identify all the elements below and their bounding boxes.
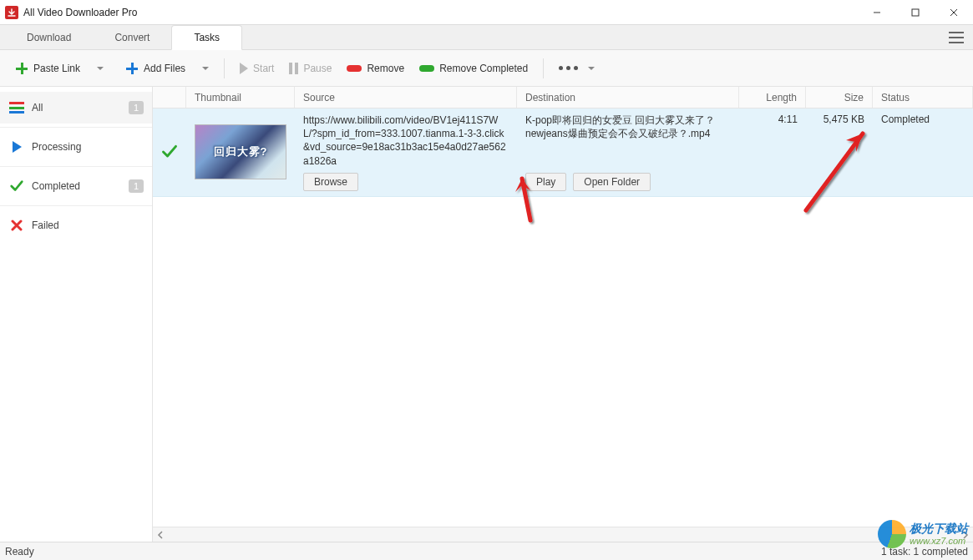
app-icon xyxy=(5,6,18,19)
remove-completed-button[interactable]: Remove Completed xyxy=(413,56,535,81)
thumbnail-image: 回归大雾? xyxy=(195,124,286,179)
more-icon xyxy=(559,66,578,70)
add-files-label: Add Files xyxy=(144,63,185,74)
failed-icon xyxy=(8,219,25,231)
processing-icon xyxy=(8,141,25,153)
row-size: 5,475 KB xyxy=(806,114,873,191)
start-button[interactable]: Start xyxy=(233,56,281,81)
chevron-down-icon xyxy=(202,67,209,70)
chevron-down-icon xyxy=(588,67,595,70)
task-panel: Thumbnail Source Destination Length Size… xyxy=(153,87,973,542)
sidebar-divider xyxy=(0,127,152,128)
sidebar-item-completed[interactable]: Completed 1 xyxy=(0,170,152,202)
statusbar-left: Ready xyxy=(5,546,34,557)
task-row[interactable]: 回归大雾? https://www.bilibili.com/video/BV1… xyxy=(153,108,973,197)
app-title: All Video Downloader Pro xyxy=(23,7,138,18)
remove-icon xyxy=(347,65,362,72)
scroll-right-button[interactable] xyxy=(958,528,973,542)
task-list: 回归大雾? https://www.bilibili.com/video/BV1… xyxy=(153,108,973,527)
table-header: Thumbnail Source Destination Length Size… xyxy=(153,87,973,108)
start-label: Start xyxy=(253,63,274,74)
toolbar-separator xyxy=(543,58,544,78)
scroll-left-button[interactable] xyxy=(153,528,168,542)
sidebar-item-label: Processing xyxy=(32,141,81,153)
remove-completed-label: Remove Completed xyxy=(439,63,528,74)
source-url: https://www.bilibili.com/video/BV1ej411S… xyxy=(303,114,509,168)
column-status[interactable]: Status xyxy=(873,87,973,108)
remove-label: Remove xyxy=(367,63,404,74)
all-icon xyxy=(8,102,25,114)
pause-label: Pause xyxy=(303,63,332,74)
row-status: Completed xyxy=(873,114,973,191)
menu-button[interactable] xyxy=(940,25,973,49)
tab-convert[interactable]: Convert xyxy=(93,25,171,49)
sidebar-item-label: Failed xyxy=(32,219,59,231)
open-folder-button[interactable]: Open Folder xyxy=(573,173,651,191)
sidebar-divider xyxy=(0,166,152,167)
row-destination-cell: K-pop即将回归的女爱豆 回归大雾又来了？ newjeans爆曲预定会不会又破… xyxy=(517,114,739,191)
pause-icon xyxy=(289,63,298,74)
remove-button[interactable]: Remove xyxy=(340,56,411,81)
column-size[interactable]: Size xyxy=(806,87,873,108)
sidebar-item-all[interactable]: All 1 xyxy=(0,92,152,124)
sidebar: All 1 Processing Completed 1 Failed xyxy=(0,87,153,542)
paste-link-label: Paste Link xyxy=(33,63,80,74)
minimize-button[interactable] xyxy=(858,0,896,25)
pause-button[interactable]: Pause xyxy=(282,56,338,81)
svg-rect-0 xyxy=(912,9,919,16)
play-icon xyxy=(240,63,248,74)
column-length[interactable]: Length xyxy=(739,87,806,108)
row-source-cell: https://www.bilibili.com/video/BV1ej411S… xyxy=(295,114,517,191)
content-area: All 1 Processing Completed 1 Failed Thu xyxy=(0,87,973,542)
chevron-down-icon xyxy=(97,67,104,70)
column-source[interactable]: Source xyxy=(295,87,517,108)
add-files-dropdown[interactable] xyxy=(194,56,215,81)
close-button[interactable] xyxy=(935,0,973,25)
toolbar-separator xyxy=(224,58,225,78)
titlebar: All Video Downloader Pro xyxy=(0,0,973,25)
statusbar-right: 1 task: 1 completed xyxy=(881,546,968,557)
thumbnail-caption: 回归大雾? xyxy=(214,144,268,159)
sidebar-divider xyxy=(0,205,152,206)
play-button[interactable]: Play xyxy=(525,173,566,191)
remove-completed-icon xyxy=(419,65,434,72)
sidebar-badge: 1 xyxy=(129,179,144,193)
plus-icon xyxy=(125,62,139,75)
row-length: 4:11 xyxy=(739,114,806,191)
plus-icon xyxy=(15,62,28,75)
sidebar-item-label: Completed xyxy=(32,180,80,192)
statusbar: Ready 1 task: 1 completed xyxy=(0,542,973,560)
column-thumbnail[interactable]: Thumbnail xyxy=(186,87,295,108)
paste-link-button[interactable]: Paste Link xyxy=(8,56,87,81)
tab-download[interactable]: Download xyxy=(5,25,93,49)
browse-button[interactable]: Browse xyxy=(303,173,358,191)
main-tabs: Download Convert Tasks xyxy=(0,25,973,50)
sidebar-badge: 1 xyxy=(129,101,144,114)
sidebar-item-label: All xyxy=(32,102,43,114)
more-button[interactable] xyxy=(552,56,601,81)
row-status-icon xyxy=(153,114,186,191)
horizontal-scrollbar[interactable] xyxy=(153,527,973,542)
paste-link-dropdown[interactable] xyxy=(89,56,110,81)
sidebar-item-processing[interactable]: Processing xyxy=(0,131,152,163)
sidebar-item-failed[interactable]: Failed xyxy=(0,209,152,241)
add-files-button[interactable]: Add Files xyxy=(119,56,192,81)
completed-icon xyxy=(8,179,25,194)
destination-filename: K-pop即将回归的女爱豆 回归大雾又来了？ newjeans爆曲预定会不会又破… xyxy=(525,114,731,140)
toolbar: Paste Link Add Files Start Pause Remove … xyxy=(0,50,973,87)
tab-tasks[interactable]: Tasks xyxy=(171,25,242,50)
row-thumbnail-cell: 回归大雾? xyxy=(186,114,295,191)
hamburger-icon xyxy=(949,32,964,43)
maximize-button[interactable] xyxy=(896,0,935,25)
column-destination[interactable]: Destination xyxy=(517,87,739,108)
